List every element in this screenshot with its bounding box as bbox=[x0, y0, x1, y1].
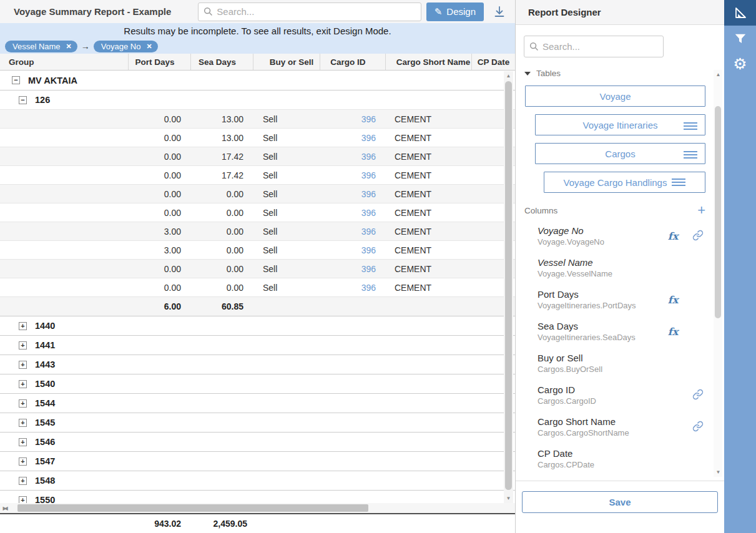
expand-icon[interactable]: + bbox=[19, 361, 27, 369]
expand-icon[interactable]: + bbox=[19, 419, 27, 427]
column-header-group[interactable]: Group bbox=[0, 54, 128, 70]
column-header-cp-date[interactable]: CP Date bbox=[471, 54, 515, 70]
cargo-id-link[interactable]: 396 bbox=[320, 245, 385, 255]
tables-section-label: Tables bbox=[536, 69, 561, 78]
column-header-cargo-id[interactable]: Cargo ID bbox=[320, 54, 385, 70]
column-header-buy-or-sell[interactable]: Buy or Sell bbox=[253, 54, 320, 70]
column-header-port-days[interactable]: Port Days bbox=[128, 54, 190, 70]
column-name: Port Days bbox=[538, 289, 660, 300]
expand-icon[interactable]: + bbox=[19, 457, 27, 466]
vertical-scrollbar[interactable]: ▲ ▼ bbox=[504, 71, 513, 503]
collapse-icon[interactable]: − bbox=[19, 96, 27, 104]
expand-icon[interactable]: + bbox=[19, 496, 27, 504]
save-button[interactable]: Save bbox=[522, 491, 718, 513]
panel-scrollbar[interactable]: ▲ ▼ bbox=[714, 70, 722, 477]
link-icon[interactable] bbox=[692, 389, 704, 403]
cargo-id-link[interactable]: 396 bbox=[320, 170, 385, 180]
scroll-up-icon[interactable]: ▲ bbox=[504, 71, 513, 81]
design-button-label: Design bbox=[446, 6, 476, 17]
design-tool-button[interactable] bbox=[724, 0, 756, 26]
column-item-sea-days[interactable]: Sea DaysVoyageItineraries.SeaDaysfx bbox=[516, 316, 724, 348]
cargo-id-link[interactable]: 396 bbox=[320, 227, 385, 237]
formula-icon[interactable]: fx bbox=[668, 326, 678, 338]
column-header-cargo-short-name[interactable]: Cargo Short Name bbox=[385, 54, 471, 70]
collapse-icon[interactable]: − bbox=[12, 76, 20, 84]
expand-icon[interactable]: + bbox=[19, 380, 27, 388]
table-box-voyage-cargo-handlings[interactable]: Voyage Cargo Handlings bbox=[544, 172, 705, 193]
expand-icon[interactable]: + bbox=[19, 438, 27, 446]
table-box-voyage-itineraries[interactable]: Voyage Itineraries bbox=[535, 114, 705, 135]
side-toolbar: ⚙ bbox=[724, 0, 756, 533]
grouping-bar: Vessel Name✕→Voyage No✕ bbox=[0, 39, 515, 54]
column-path: VoyageItineraries.SeaDays bbox=[538, 332, 660, 343]
expand-icon[interactable]: + bbox=[19, 322, 27, 330]
chip-remove-icon[interactable]: ✕ bbox=[66, 42, 72, 51]
drag-handle-icon[interactable] bbox=[684, 120, 697, 132]
column-item-cargo-short-name[interactable]: Cargo Short NameCargos.CargoShortName bbox=[516, 411, 724, 443]
settings-button[interactable]: ⚙ bbox=[724, 51, 756, 77]
column-item-port-days[interactable]: Port DaysVoyageItineraries.PortDaysfx bbox=[516, 284, 724, 316]
cell-port-days: 3.00 bbox=[128, 227, 190, 237]
formula-icon[interactable]: fx bbox=[668, 294, 678, 306]
cell-buy-or-sell: Sell bbox=[253, 245, 320, 255]
cell-sea-days: 17.42 bbox=[190, 152, 253, 162]
report-search[interactable] bbox=[198, 2, 421, 21]
formula-icon[interactable]: fx bbox=[668, 230, 678, 242]
cargo-id-link[interactable]: 396 bbox=[320, 283, 385, 293]
column-item-cp-date[interactable]: CP DateCargos.CPDate bbox=[516, 443, 724, 475]
expand-icon[interactable]: + bbox=[19, 399, 27, 408]
horizontal-scrollbar[interactable]: ◀ ▶ bbox=[0, 503, 515, 513]
group-chip-voyage-no[interactable]: Voyage No✕ bbox=[94, 41, 158, 52]
design-button[interactable]: ✎ Design bbox=[426, 2, 484, 21]
column-header-sea-days[interactable]: Sea Days bbox=[190, 54, 253, 70]
report-search-input[interactable] bbox=[217, 6, 415, 17]
filter-button[interactable] bbox=[724, 26, 756, 51]
download-icon[interactable] bbox=[493, 5, 506, 19]
group-row-1548: +1548 bbox=[0, 471, 515, 490]
expand-icon[interactable]: + bbox=[19, 341, 27, 350]
column-item-vessel-name[interactable]: Vessel NameVoyage.VesselName bbox=[516, 252, 724, 284]
link-icon[interactable] bbox=[692, 230, 704, 243]
column-item-cargo-id[interactable]: Cargo IDCargos.CargoID bbox=[516, 379, 724, 411]
cargo-id-link[interactable]: 396 bbox=[320, 189, 385, 199]
vertical-scrollbar-thumb[interactable] bbox=[505, 81, 512, 490]
drag-handle-icon[interactable] bbox=[672, 177, 685, 188]
cargo-id-link[interactable]: 396 bbox=[320, 264, 385, 274]
cargo-id-link[interactable]: 396 bbox=[320, 208, 385, 218]
column-item-buy-or-sell[interactable]: Buy or SellCargos.BuyOrSell bbox=[516, 348, 724, 379]
panel-search[interactable] bbox=[524, 36, 664, 57]
cell-cargo-short-name: CEMENT bbox=[385, 245, 471, 255]
scroll-down-icon[interactable]: ▼ bbox=[714, 467, 723, 477]
group-chip-vessel-name[interactable]: Vessel Name✕ bbox=[5, 41, 77, 52]
table-row: 0.000.00Sell396CEMENT bbox=[0, 184, 515, 203]
cargo-id-link[interactable]: 396 bbox=[320, 133, 385, 143]
add-column-icon[interactable]: + bbox=[697, 204, 705, 217]
chip-remove-icon[interactable]: ✕ bbox=[146, 42, 152, 51]
scroll-down-icon[interactable]: ▼ bbox=[504, 494, 513, 503]
cell-buy-or-sell: Sell bbox=[253, 114, 320, 124]
table-box-cargos[interactable]: Cargos bbox=[535, 143, 705, 164]
horizontal-scrollbar-thumb[interactable] bbox=[17, 504, 368, 512]
scroll-up-icon[interactable]: ▲ bbox=[714, 70, 723, 79]
link-icon[interactable] bbox=[692, 421, 704, 434]
column-path: Voyage.VesselName bbox=[538, 268, 660, 279]
group-label: 1443 bbox=[35, 359, 55, 369]
tables-section-toggle[interactable]: Tables bbox=[524, 69, 724, 78]
panel-search-input[interactable] bbox=[542, 41, 667, 52]
table-box-voyage[interactable]: Voyage bbox=[525, 86, 705, 107]
cargo-id-link[interactable]: 396 bbox=[320, 114, 385, 124]
expand-icon[interactable]: + bbox=[19, 477, 27, 485]
group-label: 1441 bbox=[35, 340, 55, 350]
panel-scrollbar-thumb[interactable] bbox=[715, 106, 721, 318]
group-arrow: → bbox=[81, 41, 90, 51]
cell-buy-or-sell: Sell bbox=[253, 264, 320, 274]
cell-sea-days: 17.42 bbox=[190, 170, 253, 180]
cargo-id-link[interactable]: 396 bbox=[320, 152, 385, 162]
cell-port-days: 0.00 bbox=[128, 264, 190, 274]
group-label: 126 bbox=[35, 95, 50, 105]
drag-handle-icon[interactable] bbox=[684, 149, 697, 160]
column-path: Cargos.CargoID bbox=[538, 396, 660, 406]
scroll-right-icon[interactable]: ▶ bbox=[0, 504, 9, 513]
group-row-1550: +1550 bbox=[0, 490, 515, 503]
column-item-voyage-no[interactable]: Voyage NoVoyage.VoyageNofx bbox=[516, 220, 724, 252]
